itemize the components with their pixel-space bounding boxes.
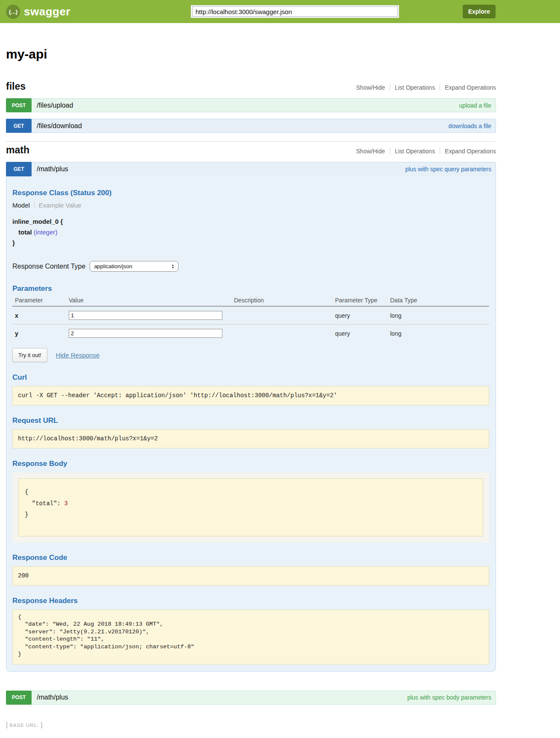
post-method-badge: POST bbox=[6, 691, 32, 705]
math-section-controls: Show/Hide List Operations Expand Operati… bbox=[351, 148, 496, 155]
parameter-data-type: long bbox=[388, 306, 489, 325]
select-updown-icon bbox=[171, 264, 174, 269]
parameter-name: y bbox=[12, 325, 66, 343]
col-parameter-type: Parameter Type bbox=[332, 295, 388, 306]
response-code-value: 200 bbox=[12, 566, 489, 586]
expand-operations-link[interactable]: Expand Operations bbox=[440, 84, 496, 91]
curl-command: curl -X GET --header 'Accept: applicatio… bbox=[12, 386, 489, 405]
col-value: Value bbox=[66, 295, 231, 306]
get-method-badge: GET bbox=[6, 119, 32, 133]
parameter-data-type: long bbox=[388, 325, 489, 343]
operation-row-post-math-plus[interactable]: POST /math/plus plus with spec body para… bbox=[6, 691, 496, 705]
spec-url-input-frame bbox=[191, 5, 399, 18]
response-body-text: } bbox=[25, 511, 28, 518]
base-url-footer: [BASE URL:] bbox=[6, 721, 496, 729]
operation-get-math-plus-expanded: GET /math/plus plus with spec query para… bbox=[6, 162, 496, 672]
parameter-type: query bbox=[332, 325, 388, 343]
response-body-container: { "total": 3 } bbox=[12, 472, 489, 542]
spec-url-input[interactable] bbox=[192, 6, 398, 17]
page-title: my-api bbox=[6, 47, 496, 61]
parameter-y-input[interactable] bbox=[69, 329, 222, 338]
curl-heading: Curl bbox=[12, 373, 489, 382]
response-headers-heading: Response Headers bbox=[12, 597, 489, 605]
selected-content-type: application/json bbox=[94, 263, 132, 269]
response-content-type-select[interactable]: application/json bbox=[90, 261, 178, 272]
top-bar: {…} swagger Explore bbox=[0, 0, 560, 23]
response-body-heading: Response Body bbox=[12, 460, 489, 468]
parameter-x-input[interactable] bbox=[69, 311, 222, 320]
list-operations-link[interactable]: List Operations bbox=[390, 84, 440, 91]
model-property-name: total bbox=[18, 228, 32, 236]
post-method-badge: POST bbox=[6, 98, 32, 112]
response-content-type-label: Response Content Type bbox=[12, 263, 85, 270]
tab-example-value[interactable]: Example Value bbox=[34, 202, 82, 209]
try-it-out-button[interactable]: Try it out! bbox=[12, 348, 47, 362]
parameter-description bbox=[231, 306, 332, 325]
parameters-table: Parameter Value Description Parameter Ty… bbox=[12, 295, 489, 342]
files-section-header: files Show/Hide List Operations Expand O… bbox=[6, 81, 496, 92]
parameter-name: x bbox=[12, 306, 66, 325]
model-signature-open: inline_model_0 { bbox=[12, 217, 489, 227]
response-body-text: { "total": bbox=[25, 489, 64, 507]
operation-path[interactable]: /math/plus bbox=[37, 694, 68, 701]
response-code-heading: Response Code bbox=[12, 554, 489, 562]
response-body-json: { "total": 3 } bbox=[18, 478, 483, 536]
model-signature-close: } bbox=[12, 238, 489, 249]
show-hide-link[interactable]: Show/Hide bbox=[351, 148, 390, 155]
swagger-braces-icon: {…} bbox=[6, 5, 20, 19]
hide-response-link[interactable]: Hide Response bbox=[56, 351, 100, 359]
response-class-heading: Response Class (Status 200) bbox=[12, 189, 489, 197]
parameters-heading: Parameters bbox=[12, 284, 489, 293]
operation-path[interactable]: /math/plus bbox=[37, 165, 68, 173]
response-content-type-row: Response Content Type application/json bbox=[12, 261, 489, 272]
operation-summary[interactable]: plus with spec body parameters bbox=[407, 694, 491, 701]
files-section-title: files bbox=[6, 81, 26, 92]
get-method-badge: GET bbox=[6, 162, 32, 176]
expand-operations-link[interactable]: Expand Operations bbox=[440, 148, 496, 155]
model-signature: inline_model_0 { total(integer) } bbox=[12, 217, 489, 248]
operation-path[interactable]: /files/download bbox=[37, 122, 82, 130]
operation-detail-panel: Response Class (Status 200) Model Exampl… bbox=[6, 176, 496, 671]
response-headers-json: { "date": "Wed, 22 Aug 2018 18:49:13 GMT… bbox=[12, 609, 489, 665]
operation-summary[interactable]: plus with spec query parameters bbox=[405, 166, 491, 173]
operation-summary[interactable]: upload a file bbox=[459, 102, 491, 109]
col-data-type: Data Type bbox=[388, 295, 489, 306]
content: my-api files Show/Hide List Operations E… bbox=[6, 47, 496, 729]
operation-row-get-math-plus[interactable]: GET /math/plus plus with spec query para… bbox=[6, 162, 496, 176]
parameters-header-row: Parameter Value Description Parameter Ty… bbox=[12, 295, 489, 306]
show-hide-link[interactable]: Show/Hide bbox=[351, 84, 390, 91]
parameter-row-y: y query long bbox=[12, 325, 489, 343]
math-section-header: math Show/Hide List Operations Expand Op… bbox=[6, 144, 496, 156]
request-url-heading: Request URL bbox=[12, 416, 489, 425]
section-divider bbox=[6, 141, 496, 142]
math-section-title: math bbox=[6, 144, 29, 156]
try-it-out-row: Try it out! Hide Response bbox=[12, 348, 489, 362]
operation-summary[interactable]: downloads a file bbox=[449, 123, 491, 129]
parameter-description bbox=[231, 325, 332, 343]
parameter-type: query bbox=[332, 306, 388, 325]
response-class-tabs: Model Example Value bbox=[12, 202, 489, 209]
base-url-label: BASE URL: bbox=[8, 723, 41, 728]
col-description: Description bbox=[231, 295, 332, 306]
operation-row-post-files-upload[interactable]: POST /files/upload upload a file bbox=[6, 98, 496, 112]
model-property-type: (integer) bbox=[34, 228, 58, 236]
swagger-logo: {…} swagger bbox=[6, 5, 70, 19]
model-property: total(integer) bbox=[12, 227, 489, 238]
response-body-number: 3 bbox=[64, 500, 67, 507]
list-operations-link[interactable]: List Operations bbox=[390, 148, 440, 155]
operation-row-get-files-download[interactable]: GET /files/download downloads a file bbox=[6, 119, 496, 133]
operation-path[interactable]: /files/upload bbox=[37, 102, 73, 109]
tab-model[interactable]: Model bbox=[12, 202, 34, 209]
base-url-bracket: ] bbox=[41, 721, 42, 728]
parameter-row-x: x query long bbox=[12, 306, 489, 325]
explore-button[interactable]: Explore bbox=[463, 5, 496, 18]
col-parameter: Parameter bbox=[12, 295, 66, 306]
brand-name: swagger bbox=[24, 5, 70, 18]
files-section-controls: Show/Hide List Operations Expand Operati… bbox=[351, 84, 496, 91]
request-url-value: http://localhost:3000/math/plus?x=1&y=2 bbox=[12, 429, 489, 448]
